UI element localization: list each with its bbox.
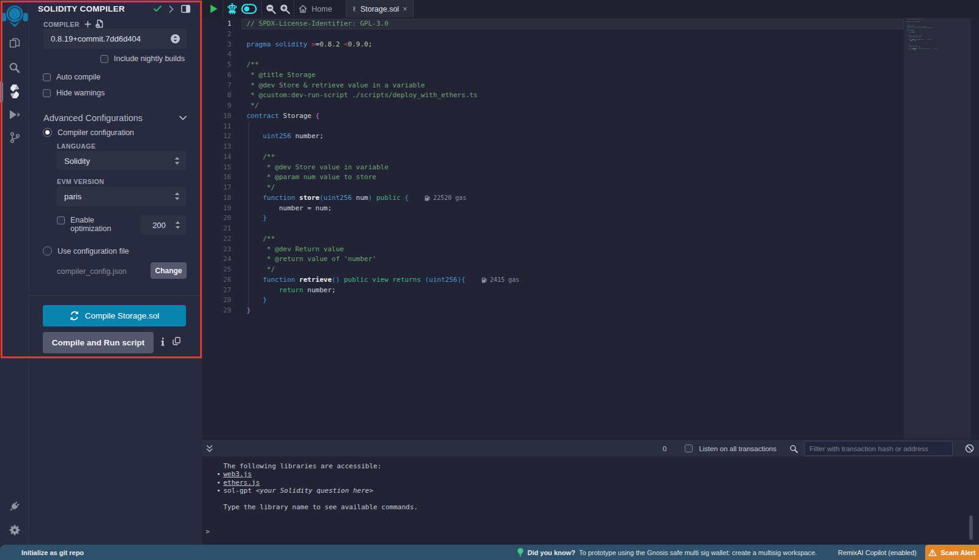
minimap[interactable]: // SPDX-License-Identifier: GPL-3.0pragm… (904, 18, 971, 439)
code-line[interactable]: uint256 number; (247, 131, 519, 142)
copilot-status[interactable]: RemixAI Copilot (enabled) (838, 545, 917, 560)
pin-panel-icon[interactable] (181, 5, 190, 13)
info-icon[interactable] (161, 337, 165, 347)
code-line[interactable]: pragma solidity >=0.8.2 <0.9.0; (247, 40, 519, 50)
terminal-link[interactable]: ethers.js (223, 479, 260, 487)
compiler-version-select[interactable]: 0.8.19+commit.7dd6d404 (43, 29, 187, 49)
run-script-play-icon[interactable] (210, 4, 218, 13)
code-line[interactable]: } (247, 306, 519, 316)
code-line[interactable]: * @dev Store & retrieve value in a varia… (247, 81, 519, 91)
terminal-toolbar: 0 Listen on all transactions (202, 439, 979, 457)
zoom-out-icon[interactable] (266, 4, 276, 14)
git-icon[interactable] (0, 131, 29, 144)
include-nightly-row[interactable]: Include nightly builds (100, 54, 185, 63)
plugin-manager-icon[interactable] (0, 499, 29, 514)
code-line[interactable] (247, 50, 519, 60)
terminal-output[interactable]: The following libraries are accessible:•… (202, 457, 979, 545)
code-line[interactable]: /** (247, 234, 519, 245)
deploy-run-icon[interactable] (0, 109, 29, 120)
close-tab-icon[interactable] (403, 6, 407, 12)
code-editor[interactable]: 1234567891011121314151617181920212223242… (202, 18, 979, 439)
zoom-in-icon[interactable] (280, 4, 290, 14)
code-line[interactable]: } (247, 295, 519, 306)
enable-optimization-checkbox[interactable] (57, 216, 65, 224)
remix-logo-icon[interactable] (0, 3, 29, 28)
code-line[interactable]: * @param num value to store (247, 172, 519, 183)
auto-compile-row[interactable]: Auto compile (43, 73, 100, 81)
line-number: 3 (202, 40, 231, 50)
copilot-toggle[interactable] (241, 4, 257, 14)
code-line[interactable] (247, 29, 519, 40)
init-git-repo-status[interactable]: Initialize as git repo (21, 545, 84, 560)
auto-compile-checkbox[interactable] (43, 73, 51, 81)
code-line[interactable]: contract Storage { (247, 111, 519, 122)
settings-icon[interactable] (0, 525, 29, 536)
code-line[interactable]: * @return value of 'number' (247, 254, 519, 265)
code-line[interactable]: /** (247, 60, 519, 70)
line-number: 13 (202, 142, 231, 152)
code-line[interactable]: */ (247, 183, 519, 193)
terminal-link[interactable]: web3.js (223, 470, 251, 478)
updown-arrows-icon (175, 221, 181, 229)
code-content[interactable]: // SPDX-License-Identifier: GPL-3.0pragm… (247, 19, 519, 316)
terminal-prompt[interactable]: > (206, 528, 210, 536)
change-config-button[interactable]: Change (151, 262, 187, 279)
language-select[interactable]: Solidity (57, 151, 186, 171)
tab-storage-sol[interactable]: Storage.sol (346, 0, 414, 18)
compiler-version-value: 0.8.19+commit.7dd6d404 (51, 34, 141, 43)
code-line[interactable]: /** (247, 152, 519, 163)
hide-warnings-checkbox[interactable] (43, 89, 51, 97)
line-number: 26 (202, 275, 231, 286)
code-line[interactable]: */ (247, 101, 519, 111)
hide-warnings-row[interactable]: Hide warnings (43, 89, 105, 97)
optimization-runs-input[interactable]: 200 (141, 215, 186, 235)
tab-home[interactable]: Home (289, 0, 341, 18)
transaction-filter-input[interactable] (804, 441, 953, 456)
terminal-scrollbar[interactable] (969, 515, 973, 540)
line-number-gutter: 1234567891011121314151617181920212223242… (202, 19, 231, 316)
evm-version-select[interactable]: paris (57, 186, 186, 206)
clear-console-icon[interactable] (965, 444, 974, 453)
compiler-configuration-radio-row[interactable]: Compiler configuration (43, 128, 134, 137)
code-line[interactable]: function retrieve() public view returns … (247, 275, 519, 286)
copy-icon[interactable] (173, 337, 181, 345)
code-line[interactable]: } (247, 213, 519, 224)
use-configuration-file-radio[interactable] (43, 246, 52, 256)
file-explorer-icon[interactable] (0, 36, 29, 50)
scam-alert-button[interactable]: Scam Alert (925, 545, 979, 560)
use-configuration-file-radio-row[interactable]: Use configuration file (43, 246, 129, 256)
compiler-configuration-radio[interactable] (43, 128, 52, 137)
compile-and-run-button[interactable]: Compile and Run script (43, 332, 154, 353)
advanced-collapse-chevron-icon[interactable] (179, 116, 187, 120)
code-line[interactable]: number = num; (247, 204, 519, 214)
code-line[interactable]: */ (247, 265, 519, 275)
code-line[interactable]: // SPDX-License-Identifier: GPL-3.0 (247, 19, 519, 29)
code-content[interactable]: // SPDX-License-Identifier: GPL-3.0pragm… (906, 19, 937, 53)
code-line[interactable]: * @title Storage (247, 70, 519, 81)
code-line[interactable]: * @dev Store value in variable (247, 163, 519, 173)
code-line[interactable]: * @custom:dev-run-script ./scripts/deplo… (247, 90, 519, 101)
code-line[interactable]: return number; (247, 286, 519, 296)
collapse-terminal-icon[interactable] (206, 445, 213, 452)
enable-optimization-row[interactable]: Enableoptimization (57, 216, 111, 233)
solidity-compiler-icon[interactable] (0, 84, 29, 98)
listen-transactions-checkbox[interactable] (685, 444, 693, 452)
auto-compile-label: Auto compile (56, 73, 100, 81)
advanced-configurations-title[interactable]: Advanced Configurations (43, 113, 143, 123)
code-line[interactable] (247, 122, 519, 132)
panel-forward-chevron-icon[interactable] (169, 6, 174, 13)
code-line[interactable]: } (906, 52, 937, 53)
open-compiler-file-icon[interactable] (95, 20, 103, 28)
search-icon[interactable] (0, 61, 29, 74)
code-line[interactable]: function store(uint256 num) public {2252… (247, 193, 519, 204)
side-panel-solidity-compiler: SOLIDITY COMPILER COMPILER 0.8.19+commit… (29, 0, 202, 545)
code-line[interactable]: * @dev Return value (247, 245, 519, 255)
include-nightly-checkbox[interactable] (100, 55, 108, 63)
ai-copilot-robot-icon[interactable] (227, 3, 237, 15)
terminal-search-icon[interactable] (789, 444, 798, 453)
add-compiler-icon[interactable] (84, 21, 91, 28)
code-line[interactable] (247, 224, 519, 234)
panel-divider (29, 295, 202, 296)
code-line[interactable] (247, 142, 519, 152)
compile-button[interactable]: Compile Storage.sol (43, 305, 186, 326)
